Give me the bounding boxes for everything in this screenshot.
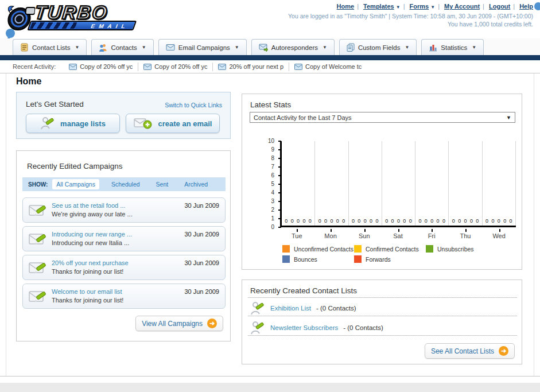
logo-stripes	[30, 22, 77, 29]
campaign-title-link[interactable]: See us at the retail food ...	[52, 202, 125, 209]
switch-quick-links-link[interactable]: Switch to Quick Links	[165, 102, 222, 108]
bar-value-label: 0	[409, 218, 412, 224]
nav-link-templates[interactable]: Templates	[363, 3, 394, 10]
bar-value-label: 0	[391, 218, 394, 224]
chart-group: 00000	[282, 141, 315, 226]
legend-item: Unsubscribes	[426, 245, 474, 253]
recent-activity-item[interactable]: Copy of Welcome tc	[289, 63, 367, 71]
manage-lists-button[interactable]: manage lists	[26, 114, 120, 133]
envelope-icon	[69, 64, 77, 70]
separator: |	[483, 3, 484, 10]
stats-period-select[interactable]: Contact Activity for the Last 7 Days ▼	[250, 112, 515, 123]
autoresponders-icon	[259, 44, 268, 52]
campaigns-filter[interactable]: All Campaigns	[52, 179, 99, 189]
chevron-down-icon: ▼	[75, 45, 79, 50]
contact-list-item[interactable]: Exhibition List - (0 Contacts)	[250, 301, 356, 316]
campaign-title-link[interactable]: Introducing our new range ...	[52, 231, 132, 238]
chart-group: 00000	[315, 141, 348, 226]
nav-link-help[interactable]: Help	[519, 3, 533, 10]
arrow-right-icon: ➜	[207, 319, 217, 328]
nav-link-forms[interactable]: Forms	[410, 3, 429, 10]
turbo-email-logo: TURBO EMAIL	[3, 2, 141, 30]
contact-list-name-link[interactable]: Newsletter Subscribers	[270, 324, 338, 331]
campaigns-filter[interactable]: Sent	[152, 179, 173, 189]
y-axis-tick	[278, 201, 281, 202]
recent-activity-item-label: Copy of 20% off yc	[80, 63, 133, 70]
y-axis-tick	[278, 227, 281, 228]
y-axis-tick	[278, 149, 281, 150]
nav-link-my-account[interactable]: My Account	[444, 3, 480, 10]
bar-value-label: 0	[430, 218, 433, 224]
person-pencil-icon	[250, 320, 265, 335]
x-axis-tick	[499, 229, 500, 232]
legend-label: Confirmed Contacts	[366, 246, 419, 253]
envelope-edit-icon	[29, 289, 47, 304]
create-email-label: create an email	[158, 119, 212, 128]
campaigns-filter[interactable]: Scheduled	[107, 179, 144, 189]
nav-link-home[interactable]: Home	[337, 3, 355, 10]
nav-link-logout[interactable]: Logout	[489, 3, 510, 10]
tab-label: Contact Lists	[32, 44, 70, 51]
y-axis-tick-label: 0	[257, 224, 274, 230]
campaign-title-link[interactable]: Welcome to our email list	[52, 288, 122, 295]
campaign-title-link[interactable]: 20% off your next purchase	[52, 259, 129, 266]
legend-item: Confirmed Contacts	[354, 245, 419, 253]
campaigns-filter[interactable]: Archived	[180, 179, 212, 189]
create-email-button[interactable]: create an email	[126, 114, 220, 133]
contacts-icon	[99, 43, 107, 52]
x-axis-tick	[364, 229, 366, 232]
contact-list-name-link[interactable]: Exhibition List	[270, 305, 311, 312]
stats-title: Latest Stats	[250, 100, 291, 109]
email-campaigns-icon	[166, 44, 175, 51]
campaign-list-item[interactable]: 20% off your next purchase Thanks for jo…	[22, 255, 226, 280]
bar-value-label: 0	[425, 218, 428, 224]
x-axis-tick-label: Mon	[316, 232, 345, 239]
chart-group: 00000	[415, 141, 449, 226]
bar-value-label: 0	[297, 218, 300, 224]
bar-value-labels: 00000	[449, 218, 481, 224]
tab-custom-fields[interactable]: Custom Fields▼	[339, 39, 417, 55]
recent-activity-item[interactable]: Copy of 20% off yc	[138, 63, 213, 71]
dotted-separator	[248, 297, 517, 298]
campaign-list-item[interactable]: Introducing our new range ... Introducin…	[22, 226, 226, 251]
tab-contact-lists[interactable]: Contact Lists▼	[13, 39, 87, 55]
bar-value-labels: 00000	[483, 218, 515, 224]
person-pencil-icon	[40, 117, 55, 130]
contact-list-item[interactable]: Newsletter Subscribers - (0 Contacts)	[250, 320, 383, 335]
bar-value-label: 0	[375, 218, 378, 224]
custom-fields-icon	[347, 43, 355, 52]
bar-value-labels: 00000	[349, 218, 382, 224]
envelope-edit-icon	[29, 232, 47, 247]
bar-value-label: 0	[309, 218, 312, 224]
legend-color-swatch	[354, 255, 362, 263]
recent-activity-label: Recent Activity:	[13, 63, 56, 70]
see-all-contact-lists-button[interactable]: See All Contact Lists ➜	[425, 343, 515, 359]
bar-value-labels: 00000	[415, 218, 448, 224]
contact-list-detail: - (0 Contacts)	[343, 324, 383, 331]
view-all-campaigns-button[interactable]: View All Campaigns ➜	[135, 316, 223, 331]
campaign-list-item[interactable]: See us at the retail food ... We're givi…	[22, 197, 226, 223]
chevron-down-icon: ▼	[405, 45, 409, 50]
tab-autoresponders[interactable]: Autoresponders▼	[251, 39, 335, 55]
bar-value-label: 0	[491, 218, 494, 224]
recent-activity-item[interactable]: Copy of 20% off yc	[64, 63, 138, 71]
chevron-down-icon: ▼	[396, 5, 401, 10]
tab-statistics[interactable]: Statistics▼	[421, 39, 484, 55]
header: TURBO EMAIL Home| Templates ▼| Forms ▼| …	[0, 0, 540, 32]
y-axis-tick	[278, 209, 281, 211]
tab-contacts[interactable]: Contacts▼	[91, 39, 153, 55]
get-started-panel: Let's Get Started Switch to Quick Links …	[16, 92, 231, 139]
annotation-dot-right	[534, 2, 540, 10]
chart-group: 00000	[449, 141, 482, 226]
x-axis-tick	[465, 229, 467, 232]
recent-activity-item[interactable]: 20% off your next p	[213, 63, 289, 71]
view-all-campaigns-label: View All Campaigns	[142, 320, 203, 328]
tab-email-campaigns[interactable]: Email Campaigns▼	[158, 39, 247, 55]
tab-label: Custom Fields	[358, 44, 401, 51]
bar-value-label: 0	[403, 218, 406, 224]
contact-lists-icon	[20, 43, 29, 52]
legend-color-swatch	[354, 245, 362, 253]
campaign-list-item[interactable]: Welcome to our email list Thanks for joi…	[22, 284, 226, 309]
logo-bar: EMAIL	[27, 21, 137, 30]
y-axis-tick-label: 5	[257, 181, 274, 187]
